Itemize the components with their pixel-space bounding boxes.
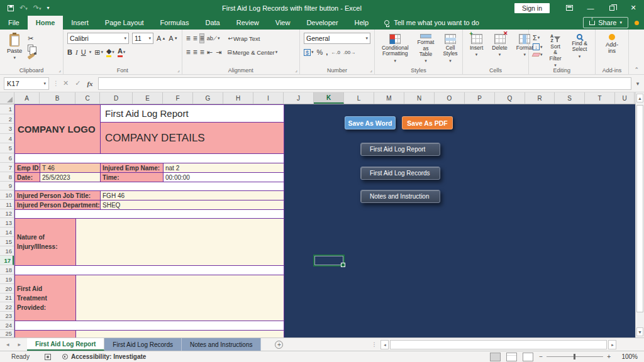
column-header-E[interactable]: E [133, 92, 163, 104]
sheet-nav-left-icon[interactable]: ◂ [6, 341, 9, 348]
align-center-button[interactable]: ≡ [193, 48, 197, 57]
column-header-Q[interactable]: Q [495, 92, 525, 104]
clear-button[interactable]: ▾ [533, 52, 543, 57]
ribbon-tab-help[interactable]: Help [347, 16, 377, 30]
sheet-tab-first-aid-log-records[interactable]: First Aid Log Records [104, 338, 182, 351]
column-header-S[interactable]: S [555, 92, 585, 104]
column-header-R[interactable]: R [525, 92, 555, 104]
column-header-J[interactable]: J [284, 92, 314, 104]
font-dialog-launcher-icon[interactable]: ⌟ [177, 67, 180, 73]
column-header-U[interactable]: U [615, 92, 635, 104]
row-header-18[interactable]: 18 [0, 265, 14, 275]
cell-job-title-label[interactable]: Injured Person Job Title: [14, 190, 101, 200]
align-right-button[interactable]: ≡ [200, 48, 204, 57]
redo-icon[interactable]: ↷▾ [33, 4, 42, 12]
vertical-scrollbar[interactable]: ▲ ▼ [635, 92, 644, 337]
zoom-level[interactable]: 100% [616, 353, 638, 360]
row-header-7[interactable]: 7 [0, 163, 14, 172]
vertical-scrollbar-thumb[interactable] [636, 105, 643, 312]
restore-button[interactable] [601, 0, 623, 16]
grow-font-button[interactable]: A▲ [157, 35, 165, 42]
cell-department-value[interactable]: SHEQ [100, 200, 284, 210]
accounting-format-button[interactable]: $▾ [304, 49, 314, 56]
decrease-indent-button[interactable]: ⇤ [207, 48, 213, 57]
cell-separator-row24[interactable] [14, 321, 284, 331]
cell-date-value[interactable]: 25/5/2023 [40, 172, 101, 182]
top-align-button[interactable]: ≡ [186, 34, 190, 43]
align-left-button[interactable]: ≡ [186, 48, 190, 57]
ribbon-tab-formulas[interactable]: Formulas [152, 16, 197, 30]
column-header-M[interactable]: M [374, 92, 404, 104]
column-header-C[interactable]: C [75, 92, 100, 104]
delete-cells-button[interactable]: Delete ▾ [489, 33, 511, 65]
cut-button[interactable]: ✂ [28, 35, 36, 43]
expand-formula-bar-icon[interactable]: ▾ [631, 80, 644, 87]
row-header-2[interactable]: 2 [0, 114, 14, 124]
alignment-dialog-launcher-icon[interactable]: ⌟ [295, 67, 297, 73]
ribbon-tab-view[interactable]: View [267, 16, 299, 30]
column-header-O[interactable]: O [435, 92, 465, 104]
row-header-4[interactable]: 4 [0, 134, 14, 143]
ribbon-tab-data[interactable]: Data [197, 16, 228, 30]
cell-injured-name-value[interactable]: nat 2 [163, 163, 284, 173]
cell-treatment-value[interactable] [75, 275, 284, 321]
row-header-9[interactable]: 9 [0, 182, 14, 190]
bottom-align-button[interactable]: ≡ [200, 34, 204, 43]
column-header-B[interactable]: B [40, 92, 75, 104]
zoom-out-icon[interactable]: − [539, 353, 543, 360]
zoom-slider[interactable]: − + [539, 353, 611, 360]
ribbon-tab-insert[interactable]: Insert [63, 16, 97, 30]
column-header-A[interactable]: A [14, 92, 40, 104]
zoom-in-icon[interactable]: + [607, 353, 611, 360]
save-as-word-button[interactable]: Save As Word [345, 116, 396, 129]
row-header-24[interactable]: 24 [0, 321, 14, 330]
row-header-12[interactable]: 12 [0, 209, 14, 218]
scroll-right-icon[interactable]: ▸ [608, 340, 616, 349]
column-header-T[interactable]: T [585, 92, 615, 104]
cell-row25-label-partial[interactable] [14, 330, 76, 337]
notes-and-instruction-button[interactable]: Notes and Instruction [360, 190, 440, 203]
page-break-view-icon[interactable] [523, 353, 533, 361]
macro-record-icon[interactable] [45, 354, 51, 360]
save-as-pdf-button[interactable]: Save As PDF [402, 116, 453, 129]
row-header-3[interactable]: 3 [0, 124, 14, 134]
cancel-formula-icon[interactable]: ✕ [63, 79, 69, 87]
cell-report-title[interactable]: First Aid Log Report [100, 104, 284, 123]
enter-formula-icon[interactable]: ✓ [75, 79, 80, 87]
row-header-1[interactable]: 1 [0, 104, 14, 114]
font-size-combo[interactable]: 11▾ [132, 33, 153, 44]
accessibility-status[interactable]: Accessibility: Investigate [62, 353, 147, 360]
cell-company-details[interactable]: COMPANY DETAILS [100, 122, 284, 154]
sheet-nav-right-icon[interactable]: ▸ [18, 341, 21, 348]
row-header-16[interactable]: 16 [0, 246, 14, 256]
scroll-up-icon[interactable]: ▲ [636, 94, 643, 102]
minimize-button[interactable]: — [580, 0, 601, 16]
ribbon-tab-page-layout[interactable]: Page Layout [97, 16, 152, 30]
shrink-font-button[interactable]: A▼ [169, 35, 177, 42]
column-header-F[interactable]: F [163, 92, 193, 104]
autosum-button[interactable]: Σ▾ [533, 34, 543, 41]
insert-cells-button[interactable]: Insert ▾ [467, 33, 486, 65]
percent-style-button[interactable]: % [317, 48, 323, 56]
save-icon[interactable] [8, 5, 14, 11]
orientation-button[interactable]: ab⟋▾ [207, 35, 220, 42]
cell-time-label[interactable]: Time: [100, 172, 164, 182]
close-button[interactable]: ✕ [623, 0, 644, 16]
ribbon-tab-developer[interactable]: Developer [298, 16, 346, 30]
addins-button[interactable]: Add-ins [599, 33, 625, 65]
cell-date-label[interactable]: Date: [14, 172, 40, 182]
row-header-15[interactable]: 15 [0, 237, 14, 246]
row-header-25[interactable]: 25 [0, 330, 14, 337]
column-header-I[interactable]: I [253, 92, 284, 104]
cell-emp-id-value[interactable]: T 46 [40, 163, 101, 173]
collapse-ribbon-icon[interactable]: ⌃ [629, 65, 644, 74]
row-header-22[interactable]: 22 [0, 302, 14, 312]
name-box[interactable]: K17 ▾ [4, 77, 49, 90]
ribbon-tab-review[interactable]: Review [228, 16, 267, 30]
column-header-L[interactable]: L [344, 92, 374, 104]
cell-injured-name-label[interactable]: Injured Emp Name: [100, 163, 164, 173]
cell-emp-id-label[interactable]: Emp ID: [14, 163, 40, 173]
first-aid-log-records-button[interactable]: First Aid Log Records [360, 167, 440, 180]
cell-separator-row6[interactable] [14, 153, 284, 163]
comma-style-button[interactable]: , [326, 48, 328, 56]
